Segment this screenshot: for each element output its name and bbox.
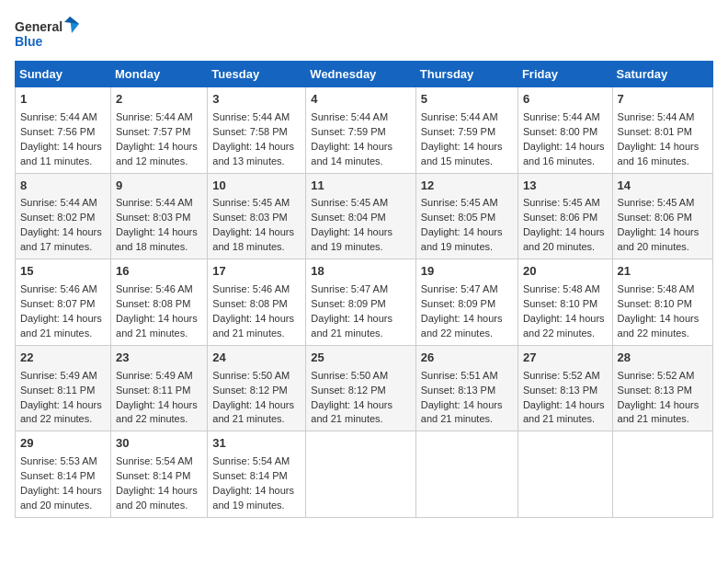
- sunset: Sunset: 8:12 PM: [212, 385, 287, 396]
- daylight-label: Daylight: 14 hours and 22 minutes.: [421, 313, 503, 339]
- sunrise: Sunrise: 5:48 AM: [523, 283, 600, 294]
- calendar-header: SundayMondayTuesdayWednesdayThursdayFrid…: [16, 62, 713, 87]
- day-header-wednesday: Wednesday: [306, 62, 415, 87]
- sunset: Sunset: 8:14 PM: [20, 470, 95, 481]
- sunset: Sunset: 8:08 PM: [116, 298, 190, 309]
- day-number: 30: [116, 435, 202, 453]
- calendar-week-5: 29Sunrise: 5:53 AMSunset: 8:14 PMDayligh…: [16, 431, 713, 518]
- calendar-cell: 20Sunrise: 5:48 AMSunset: 8:10 PMDayligh…: [518, 259, 612, 346]
- day-header-friday: Friday: [518, 62, 612, 87]
- sunrise: Sunrise: 5:53 AM: [20, 455, 97, 466]
- daylight-label: Daylight: 14 hours and 21 minutes.: [212, 399, 294, 425]
- calendar-cell: 9Sunrise: 5:44 AMSunset: 8:03 PMDaylight…: [111, 173, 208, 259]
- logo-svg: General Blue: [15, 15, 79, 53]
- sunrise: Sunrise: 5:54 AM: [212, 455, 290, 466]
- daylight-label: Daylight: 14 hours and 20 minutes.: [618, 226, 700, 252]
- calendar-cell: 6Sunrise: 5:44 AMSunset: 8:00 PMDaylight…: [518, 87, 612, 174]
- calendar-cell: 4Sunrise: 5:44 AMSunset: 7:59 PMDaylight…: [306, 87, 415, 174]
- day-number: 19: [421, 263, 513, 281]
- sunrise: Sunrise: 5:52 AM: [618, 370, 695, 381]
- sunrise: Sunrise: 5:44 AM: [116, 111, 193, 122]
- sunrise: Sunrise: 5:50 AM: [212, 370, 290, 381]
- sunset: Sunset: 7:59 PM: [311, 126, 385, 137]
- daylight-label: Daylight: 14 hours and 21 minutes.: [116, 313, 198, 339]
- daylight-label: Daylight: 14 hours and 11 minutes.: [20, 141, 102, 167]
- sunset: Sunset: 8:14 PM: [212, 470, 287, 481]
- sunrise: Sunrise: 5:44 AM: [212, 111, 290, 122]
- day-number: 1: [20, 91, 106, 109]
- calendar-week-2: 8Sunrise: 5:44 AMSunset: 8:02 PMDaylight…: [16, 173, 713, 259]
- calendar-cell: 5Sunrise: 5:44 AMSunset: 7:59 PMDaylight…: [415, 87, 518, 174]
- daylight-label: Daylight: 14 hours and 22 minutes.: [20, 399, 102, 425]
- sunset: Sunset: 8:13 PM: [421, 385, 495, 396]
- sunrise: Sunrise: 5:44 AM: [421, 111, 498, 122]
- sunrise: Sunrise: 5:54 AM: [116, 455, 193, 466]
- sunset: Sunset: 8:06 PM: [618, 212, 692, 223]
- day-number: 11: [311, 178, 410, 195]
- daylight-label: Daylight: 14 hours and 21 minutes.: [618, 399, 700, 425]
- day-number: 15: [20, 263, 106, 281]
- calendar-cell: 14Sunrise: 5:45 AMSunset: 8:06 PMDayligh…: [612, 173, 712, 259]
- sunset: Sunset: 8:03 PM: [212, 212, 287, 223]
- calendar-cell: 10Sunrise: 5:45 AMSunset: 8:03 PMDayligh…: [208, 173, 306, 259]
- calendar-cell: 16Sunrise: 5:46 AMSunset: 8:08 PMDayligh…: [111, 259, 208, 346]
- sunrise: Sunrise: 5:49 AM: [20, 370, 97, 381]
- day-number: 21: [618, 263, 708, 281]
- daylight-label: Daylight: 14 hours and 16 minutes.: [618, 141, 700, 167]
- daylight-label: Daylight: 14 hours and 22 minutes.: [523, 313, 605, 339]
- daylight-label: Daylight: 14 hours and 21 minutes.: [523, 399, 605, 425]
- calendar-cell: 1Sunrise: 5:44 AMSunset: 7:56 PMDaylight…: [16, 87, 111, 174]
- day-number: 22: [20, 350, 106, 367]
- calendar-table: SundayMondayTuesdayWednesdayThursdayFrid…: [15, 61, 713, 518]
- calendar-cell: 2Sunrise: 5:44 AMSunset: 7:57 PMDaylight…: [111, 87, 208, 174]
- sunrise: Sunrise: 5:52 AM: [523, 370, 600, 381]
- day-number: 27: [523, 350, 608, 367]
- daylight-label: Daylight: 14 hours and 21 minutes.: [20, 313, 102, 339]
- calendar-cell: 29Sunrise: 5:53 AMSunset: 8:14 PMDayligh…: [16, 431, 111, 518]
- sunrise: Sunrise: 5:44 AM: [20, 197, 97, 208]
- daylight-label: Daylight: 14 hours and 15 minutes.: [421, 141, 503, 167]
- calendar-cell: 11Sunrise: 5:45 AMSunset: 8:04 PMDayligh…: [306, 173, 415, 259]
- sunset: Sunset: 8:10 PM: [618, 298, 692, 309]
- day-number: 9: [116, 178, 202, 195]
- calendar-cell: 22Sunrise: 5:49 AMSunset: 8:11 PMDayligh…: [16, 345, 111, 431]
- calendar-cell: 18Sunrise: 5:47 AMSunset: 8:09 PMDayligh…: [306, 259, 415, 346]
- calendar-cell: 28Sunrise: 5:52 AMSunset: 8:13 PMDayligh…: [612, 345, 712, 431]
- calendar-cell: [518, 431, 612, 518]
- calendar-cell: 3Sunrise: 5:44 AMSunset: 7:58 PMDaylight…: [208, 87, 306, 174]
- calendar-cell: 26Sunrise: 5:51 AMSunset: 8:13 PMDayligh…: [415, 345, 518, 431]
- sunrise: Sunrise: 5:50 AM: [311, 370, 388, 381]
- sunset: Sunset: 8:06 PM: [523, 212, 597, 223]
- day-number: 23: [116, 350, 202, 367]
- day-number: 8: [20, 178, 106, 195]
- day-number: 31: [212, 435, 301, 453]
- calendar-cell: 21Sunrise: 5:48 AMSunset: 8:10 PMDayligh…: [612, 259, 712, 346]
- sunrise: Sunrise: 5:46 AM: [20, 283, 97, 294]
- calendar-cell: 25Sunrise: 5:50 AMSunset: 8:12 PMDayligh…: [306, 345, 415, 431]
- day-number: 13: [523, 178, 608, 195]
- sunset: Sunset: 7:58 PM: [212, 126, 287, 137]
- calendar-cell: 12Sunrise: 5:45 AMSunset: 8:05 PMDayligh…: [415, 173, 518, 259]
- calendar-week-1: 1Sunrise: 5:44 AMSunset: 7:56 PMDaylight…: [16, 87, 713, 174]
- sunrise: Sunrise: 5:45 AM: [311, 197, 388, 208]
- daylight-label: Daylight: 14 hours and 22 minutes.: [116, 399, 198, 425]
- daylight-label: Daylight: 14 hours and 18 minutes.: [212, 226, 294, 252]
- daylight-label: Daylight: 14 hours and 21 minutes.: [311, 399, 392, 425]
- day-header-saturday: Saturday: [612, 62, 712, 87]
- sunrise: Sunrise: 5:45 AM: [523, 197, 600, 208]
- day-number: 29: [20, 435, 106, 453]
- sunrise: Sunrise: 5:45 AM: [618, 197, 695, 208]
- svg-marker-3: [64, 17, 79, 24]
- sunrise: Sunrise: 5:44 AM: [618, 111, 695, 122]
- day-header-sunday: Sunday: [16, 62, 111, 87]
- sunset: Sunset: 8:12 PM: [311, 385, 385, 396]
- sunrise: Sunrise: 5:47 AM: [311, 283, 388, 294]
- sunrise: Sunrise: 5:44 AM: [523, 111, 600, 122]
- sunset: Sunset: 8:00 PM: [523, 126, 597, 137]
- daylight-label: Daylight: 14 hours and 19 minutes.: [311, 226, 392, 252]
- daylight-label: Daylight: 14 hours and 18 minutes.: [116, 226, 198, 252]
- day-number: 14: [618, 178, 708, 195]
- svg-text:General: General: [15, 19, 63, 34]
- calendar-cell: [306, 431, 415, 518]
- sunset: Sunset: 8:07 PM: [20, 298, 95, 309]
